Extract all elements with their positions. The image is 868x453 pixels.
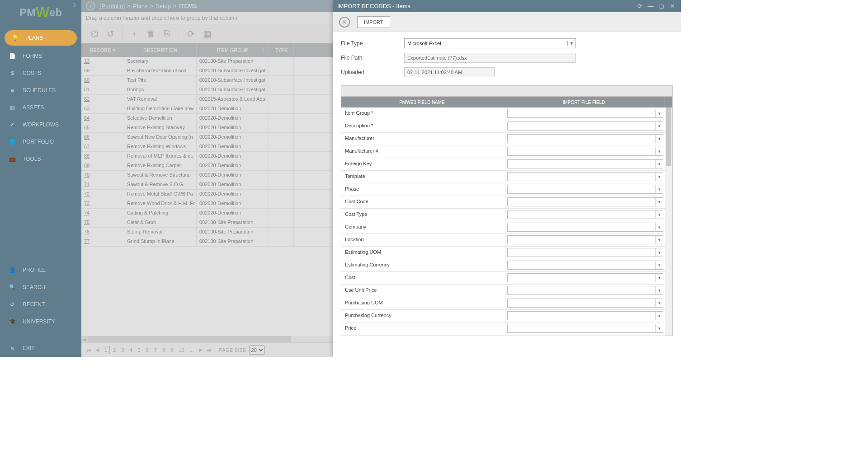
record-link[interactable]: 75 (84, 219, 90, 225)
sidebar-item-assets[interactable]: ▦ASSETS (0, 99, 81, 116)
chevron-down-icon[interactable]: ▼ (656, 312, 663, 320)
record-link[interactable]: 69 (84, 163, 90, 168)
sidebar-item-costs[interactable]: $COSTS (0, 65, 81, 82)
chevron-down-icon[interactable]: ▼ (656, 236, 663, 244)
pager-page-10[interactable]: 10 (176, 346, 186, 354)
cancel-circle-icon[interactable]: ✕ (339, 17, 350, 28)
page-size-select[interactable]: 20 (249, 346, 265, 355)
chevron-down-icon[interactable]: ▼ (656, 299, 663, 307)
close-icon[interactable]: ✕ (668, 2, 676, 10)
record-link[interactable]: 72 (84, 191, 90, 196)
mapping-field-select[interactable]: ▼ (507, 311, 664, 320)
mapping-field-select[interactable]: ▼ (507, 261, 664, 270)
pager-prev-icon[interactable]: ◀ (94, 346, 101, 354)
record-link[interactable]: 67 (84, 144, 90, 149)
mapping-v-scrollbar[interactable] (665, 107, 672, 336)
sidebar-item-plans[interactable]: 💡PLANS (5, 30, 77, 46)
pager-page-...[interactable]: ... (187, 346, 196, 354)
chevron-down-icon[interactable]: ▼ (656, 286, 663, 294)
chevron-down-icon[interactable]: ▼ (656, 248, 663, 257)
record-link[interactable]: 74 (84, 210, 90, 215)
history-icon[interactable]: ↺ (102, 26, 118, 42)
record-link[interactable]: 60 (84, 77, 90, 83)
chevron-down-icon[interactable]: ▼ (656, 185, 663, 193)
chevron-down-icon[interactable]: ▼ (656, 147, 663, 155)
col-type[interactable]: TYPE (269, 43, 294, 57)
mapping-field-select[interactable]: ▼ (507, 172, 664, 181)
sidebar-item-search[interactable]: 🔍SEARCH (0, 279, 81, 296)
mapping-field-select[interactable]: ▼ (507, 273, 664, 282)
chevron-down-icon[interactable]: ▼ (656, 274, 663, 282)
mapping-field-select[interactable]: ▼ (507, 324, 664, 333)
add-icon[interactable]: ＋ (126, 26, 142, 42)
sidebar-item-workflows[interactable]: ✔WORKFLOWS (0, 116, 81, 133)
sidebar-item-forms[interactable]: 📄FORMS (0, 47, 81, 65)
mapping-field-select[interactable]: ▼ (507, 299, 664, 308)
refresh-icon[interactable]: ⟳ (183, 26, 199, 42)
col-record[interactable]: RECORD #⋮ (81, 43, 124, 57)
mapping-scroll-thumb[interactable] (666, 107, 671, 166)
sidebar-item-profile[interactable]: 👤PROFILE (0, 262, 81, 279)
record-link[interactable]: 65 (84, 125, 90, 130)
breadcrumb-plans[interactable]: Plans (133, 3, 148, 9)
record-link[interactable]: 68 (84, 153, 90, 159)
mapping-field-select[interactable]: ▼ (507, 159, 664, 168)
mapping-field-select[interactable]: ▼ (507, 134, 664, 143)
record-link[interactable]: 77 (84, 238, 90, 244)
sidebar-item-university[interactable]: 🎓UNIVERSITY (0, 313, 81, 330)
record-link[interactable]: 71 (84, 182, 90, 187)
chevron-down-icon[interactable]: ▼ (656, 173, 663, 181)
pager-page-3[interactable]: 3 (119, 346, 126, 354)
pager-page-8[interactable]: 8 (160, 346, 167, 354)
mapping-field-select[interactable]: ▼ (507, 235, 664, 244)
mapping-field-select[interactable]: ▼ (507, 286, 664, 295)
minimize-icon[interactable]: — (646, 2, 655, 10)
file-type-select[interactable]: Microsoft Excel▼ (404, 38, 576, 48)
chevron-down-icon[interactable]: ▼ (656, 109, 663, 117)
mapping-field-select[interactable]: ▼ (507, 147, 664, 156)
record-link[interactable]: 61 (84, 87, 90, 92)
sidebar-item-tools[interactable]: 💼TOOLS (0, 150, 81, 168)
mapping-field-select[interactable]: ▼ (507, 223, 664, 232)
pin-icon[interactable]: ⟳ (636, 2, 644, 10)
record-link[interactable]: 59 (84, 68, 90, 73)
grid-icon[interactable]: ▦ (199, 26, 215, 42)
record-link[interactable]: 63 (84, 106, 90, 111)
pager-page-9[interactable]: 9 (168, 346, 175, 354)
chevron-down-icon[interactable]: ▼ (656, 122, 663, 130)
record-link[interactable]: 70 (84, 172, 90, 177)
sidebar-item-schedules[interactable]: ≡SCHEDULES (0, 82, 81, 99)
breadcrumb-root[interactable]: (Portfolio) (99, 3, 125, 9)
record-link[interactable]: 64 (84, 115, 90, 121)
mapping-field-select[interactable]: ▼ (507, 109, 664, 118)
record-link[interactable]: 73 (84, 201, 90, 206)
pager-page-2[interactable]: 2 (111, 346, 118, 354)
pager-page-5[interactable]: 5 (136, 346, 143, 354)
info-icon[interactable]: i (86, 1, 95, 10)
pager-first-icon[interactable]: ⏮ (85, 346, 93, 354)
mapping-field-select[interactable]: ▼ (507, 185, 664, 194)
pager-page-1[interactable]: 1 (102, 346, 110, 354)
record-link[interactable]: 66 (84, 134, 90, 140)
chevron-down-icon[interactable]: ▼ (656, 223, 663, 231)
import-button[interactable]: IMPORT (357, 16, 390, 28)
chevron-down-icon[interactable]: ▼ (656, 210, 663, 219)
col-description[interactable]: DESCRIPTION⋮ (124, 43, 197, 57)
breadcrumb-setup[interactable]: Setup (156, 3, 171, 9)
maximize-icon[interactable]: ◻ (657, 2, 665, 10)
mapping-field-select[interactable]: ▼ (507, 197, 664, 206)
record-link[interactable]: 76 (84, 229, 90, 234)
mapping-field-select[interactable]: ▼ (507, 121, 664, 131)
chevron-down-icon[interactable]: ▼ (567, 41, 576, 46)
scroll-thumb[interactable] (88, 336, 291, 342)
delete-icon[interactable]: 🗑 (142, 26, 159, 42)
chevron-down-icon[interactable]: ▼ (656, 261, 663, 269)
sidebar-item-portfolio[interactable]: 🌐PORTFOLIO (0, 133, 81, 150)
chevron-down-icon[interactable]: ▼ (656, 160, 663, 168)
export-icon[interactable]: ⎘ (159, 26, 175, 42)
chevron-down-icon[interactable]: ▼ (656, 198, 663, 206)
pager-page-4[interactable]: 4 (127, 346, 134, 354)
pager-page-6[interactable]: 6 (144, 346, 151, 354)
record-link[interactable]: 13 (84, 58, 90, 64)
sidebar-item-recent[interactable]: ↺RECENT (0, 296, 81, 313)
